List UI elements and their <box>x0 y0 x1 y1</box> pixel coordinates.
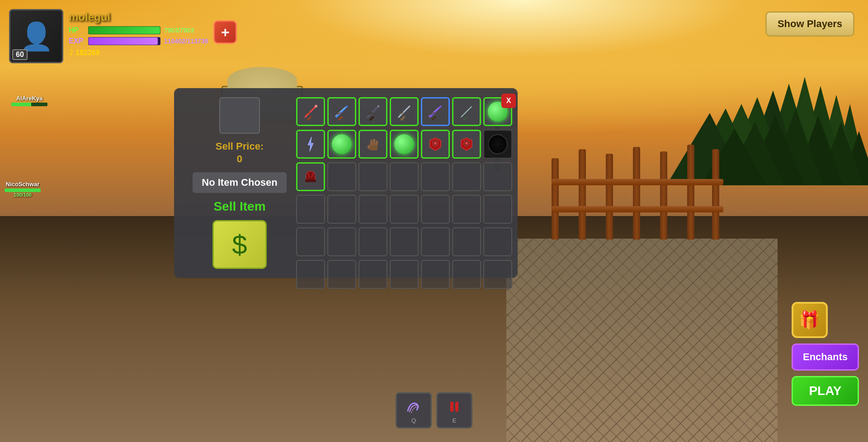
hotbar-icon-e <box>445 397 464 416</box>
inv-slot-13[interactable] <box>483 130 512 159</box>
inv-slot-24[interactable] <box>390 195 419 224</box>
inv-slot-19[interactable] <box>452 162 481 191</box>
svg-rect-42 <box>373 139 375 145</box>
item-preview <box>219 97 260 134</box>
inv-slot-0[interactable] <box>296 97 325 126</box>
box-button[interactable]: 🎁 <box>792 302 828 338</box>
svg-line-33 <box>429 107 439 116</box>
inv-slot-7[interactable] <box>296 130 325 159</box>
inv-slot-16[interactable] <box>359 162 387 191</box>
hotbar: Q E <box>396 392 472 428</box>
svg-point-28 <box>377 105 379 107</box>
inv-slot-1[interactable] <box>327 97 356 126</box>
inv-slot-36[interactable] <box>327 260 356 289</box>
inv-slot-39[interactable] <box>421 260 450 289</box>
inv-slot-29[interactable] <box>327 227 356 256</box>
inv-slot-37[interactable] <box>359 260 387 289</box>
inv-slot-30[interactable] <box>359 227 387 256</box>
hotbar-key-e: E <box>453 417 457 424</box>
dollar-icon: $ <box>232 229 247 260</box>
inv-slot-23[interactable] <box>359 195 387 224</box>
inv-slot-35[interactable] <box>296 260 325 289</box>
sell-item-button[interactable]: $ <box>212 220 267 269</box>
inv-slot-25[interactable] <box>421 195 450 224</box>
inv-slot-2[interactable] <box>359 97 387 126</box>
inv-slot-15[interactable] <box>327 162 356 191</box>
inventory-row-6 <box>296 260 512 289</box>
hotbar-slot-q[interactable]: Q <box>396 392 432 428</box>
svg-line-32 <box>430 106 441 117</box>
hotbar-icon-q <box>404 397 423 416</box>
inv-slot-3[interactable] <box>390 97 419 126</box>
svg-line-30 <box>401 117 404 120</box>
gold-icon: J <box>69 48 73 57</box>
svg-point-45 <box>434 142 437 145</box>
hp-label: HP <box>69 26 85 34</box>
sell-left: Sell Price: 0 No Item Chosen Sell Item $ <box>183 97 296 269</box>
inv-slot-20[interactable] <box>483 162 512 191</box>
inv-slot-26[interactable] <box>452 195 481 224</box>
hp-fill <box>89 27 160 34</box>
inventory-row-3 <box>296 162 512 191</box>
inv-slot-31[interactable] <box>390 227 419 256</box>
avatar: 👤 60 <box>9 9 63 63</box>
inv-slot-33[interactable] <box>452 227 481 256</box>
gold-value: 182269 <box>75 49 99 57</box>
svg-line-21 <box>336 106 347 117</box>
svg-rect-48 <box>450 402 453 412</box>
svg-marker-39 <box>308 137 313 151</box>
show-players-button[interactable]: Show Players <box>765 11 854 37</box>
play-button[interactable]: PLAY <box>792 376 859 406</box>
box-icon: 🎁 <box>799 310 820 330</box>
inv-slot-10[interactable] <box>390 130 419 159</box>
sell-panel: Sell Price: 0 No Item Chosen Sell Item $… <box>174 88 518 278</box>
inventory-row-4 <box>296 195 512 224</box>
svg-rect-47 <box>305 179 316 182</box>
level-badge: 60 <box>12 49 28 60</box>
inv-slot-8[interactable] <box>327 130 356 159</box>
inv-slot-32[interactable] <box>421 227 450 256</box>
inv-slot-14[interactable] <box>296 162 325 191</box>
svg-line-26 <box>370 117 373 120</box>
inv-slot-17[interactable] <box>390 162 419 191</box>
svg-line-29 <box>399 106 410 117</box>
inv-slot-27[interactable] <box>483 195 512 224</box>
inv-slot-41[interactable] <box>483 260 512 289</box>
inv-slot-28[interactable] <box>296 227 325 256</box>
inv-slot-4[interactable] <box>421 97 450 126</box>
inv-slot-22[interactable] <box>327 195 356 224</box>
right-buttons: 🎁 Enchants PLAY <box>792 302 859 406</box>
inv-slot-5[interactable] <box>452 97 481 126</box>
inv-slot-34[interactable] <box>483 227 512 256</box>
inv-slot-18[interactable] <box>421 162 450 191</box>
exp-bar <box>88 37 160 45</box>
player-stats: molegul HP 7903/7903 EXP 110402/113738 <box>69 9 208 57</box>
close-button[interactable]: X <box>501 94 516 108</box>
inv-slot-38[interactable] <box>390 260 419 289</box>
inv-slot-9[interactable] <box>359 130 387 159</box>
exp-value: 110402/113738 <box>164 38 208 45</box>
inventory-row-1 <box>296 97 512 126</box>
no-item-label: No Item Chosen <box>193 172 286 193</box>
svg-line-25 <box>368 106 378 117</box>
inv-slot-40[interactable] <box>452 260 481 289</box>
inv-slot-12[interactable] <box>452 130 481 159</box>
svg-line-23 <box>339 117 342 120</box>
inv-slot-11[interactable] <box>421 130 450 159</box>
svg-rect-41 <box>370 140 373 145</box>
hp-row: HP 7903/7903 <box>69 26 208 34</box>
sell-item-label: Sell Item <box>213 199 265 214</box>
svg-line-38 <box>464 117 467 120</box>
inventory-panel: X <box>296 97 512 269</box>
hotbar-slot-e[interactable]: E <box>436 392 472 428</box>
svg-line-18 <box>308 117 311 120</box>
enchants-button[interactable]: Enchants <box>792 343 859 371</box>
svg-rect-49 <box>455 402 458 412</box>
svg-line-17 <box>305 106 316 117</box>
fence <box>552 127 723 240</box>
exp-label: EXP <box>69 37 85 45</box>
plus-button[interactable]: + <box>213 20 237 44</box>
other-player-1-hp-bar <box>11 103 47 106</box>
inv-slot-21[interactable] <box>296 195 325 224</box>
hp-value: 7903/7903 <box>164 27 194 34</box>
